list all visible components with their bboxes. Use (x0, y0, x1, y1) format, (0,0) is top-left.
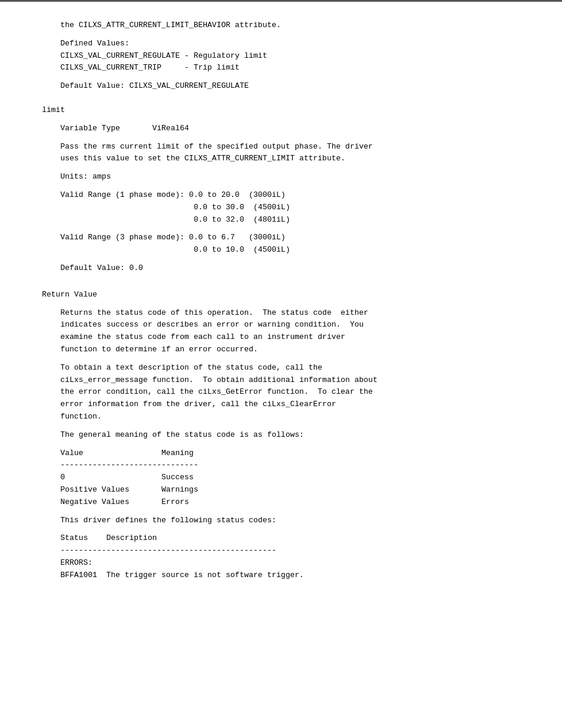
table-row-pos: Positive Values Warnings (24, 484, 538, 496)
pass-rms-line1: Pass the rms current limit of the specif… (24, 141, 538, 153)
table-divider: ------------------------------ (24, 459, 538, 472)
general-meaning-section: The general meaning of the status code i… (24, 429, 538, 442)
to-obtain-1: To obtain a text description of the stat… (24, 362, 538, 374)
valid-range-3ph: Valid Range (3 phase mode): 0.0 to 6.7 (… (24, 232, 538, 244)
this-driver: This driver defines the following status… (24, 515, 538, 527)
returns-status-2: indicates success or describes an error … (24, 319, 538, 331)
default-current-section: Default Value: CILXS_VAL_CURRENT_REGULAT… (24, 80, 538, 93)
cilxs-attr-line: the CILXS_ATTR_CURRENT_LIMIT_BEHAVIOR at… (24, 19, 538, 32)
variable-type-section: Variable Type ViReal64 (24, 123, 538, 135)
valid-range-3ph-section: Valid Range (3 phase mode): 0.0 to 6.7 (… (24, 232, 538, 256)
returns-status-1: Returns the status code of this operatio… (24, 307, 538, 319)
to-obtain-4: error information from the driver, call … (24, 398, 538, 411)
returns-status-4: function to determine if an error occurr… (24, 344, 538, 356)
default-limit-section: Default Value: 0.0 (24, 262, 538, 275)
valid-range-3ph-2: 0.0 to 10.0 (4500iL) (24, 244, 538, 256)
returns-status-3: examine the status code from each call t… (24, 331, 538, 344)
defined-values-section: Defined Values: CILXS_VAL_CURRENT_REGULA… (24, 38, 538, 74)
table-row-0: 0 Success (24, 472, 538, 484)
status-header: Status Description (24, 532, 538, 545)
to-obtain-3: the error condition, call the ciLxs_GetE… (24, 386, 538, 398)
to-obtain-section: To obtain a text description of the stat… (24, 362, 538, 423)
status-table-section: Status Description ---------------------… (24, 532, 538, 581)
valid-range-1ph: Valid Range (1 phase mode): 0.0 to 20.0 … (24, 189, 538, 202)
return-value-section: Return Value (24, 289, 538, 301)
default-value-current: Default Value: CILXS_VAL_CURRENT_REGULAT… (24, 80, 538, 93)
pass-rms-line2: uses this value to set the CILXS_ATTR_CU… (24, 153, 538, 165)
main-content: the CILXS_ATTR_CURRENT_LIMIT_BEHAVIOR at… (0, 14, 562, 611)
table-row-neg: Negative Values Errors (24, 496, 538, 509)
defined-value-1: CILXS_VAL_CURRENT_REGULATE - Regulatory … (24, 50, 538, 62)
default-value-limit: Default Value: 0.0 (24, 262, 538, 275)
table-header-value: Value Meaning (24, 447, 538, 460)
returns-status-section: Returns the status code of this operatio… (24, 307, 538, 356)
cilxs-attr-section: the CILXS_ATTR_CURRENT_LIMIT_BEHAVIOR at… (24, 19, 538, 32)
errors-label: ERRORS: (24, 557, 538, 569)
units-amps: Units: amps (24, 171, 538, 183)
valid-range-1ph-section: Valid Range (1 phase mode): 0.0 to 20.0 … (24, 189, 538, 226)
valid-range-1ph-3: 0.0 to 32.0 (4801iL) (24, 214, 538, 226)
pass-rms-section: Pass the rms current limit of the specif… (24, 141, 538, 166)
param-limit-section: limit (24, 104, 538, 117)
top-border (0, 0, 562, 2)
units-section: Units: amps (24, 171, 538, 183)
valid-range-1ph-2: 0.0 to 30.0 (4500iL) (24, 202, 538, 214)
bffa1001: BFFA1001 The trigger source is not softw… (24, 569, 538, 582)
this-driver-section: This driver defines the following status… (24, 515, 538, 527)
general-meaning: The general meaning of the status code i… (24, 429, 538, 442)
to-obtain-2: ciLxs_error_message function. To obtain … (24, 374, 538, 387)
param-limit: limit (24, 104, 538, 117)
status-divider: ----------------------------------------… (24, 545, 538, 557)
variable-type-label: Variable Type ViReal64 (24, 123, 538, 135)
return-value-header: Return Value (24, 289, 538, 301)
defined-values-header: Defined Values: (24, 38, 538, 50)
to-obtain-5: function. (24, 411, 538, 423)
defined-value-2: CILXS_VAL_CURRENT_TRIP - Trip limit (24, 62, 538, 74)
table-section: Value Meaning --------------------------… (24, 447, 538, 509)
